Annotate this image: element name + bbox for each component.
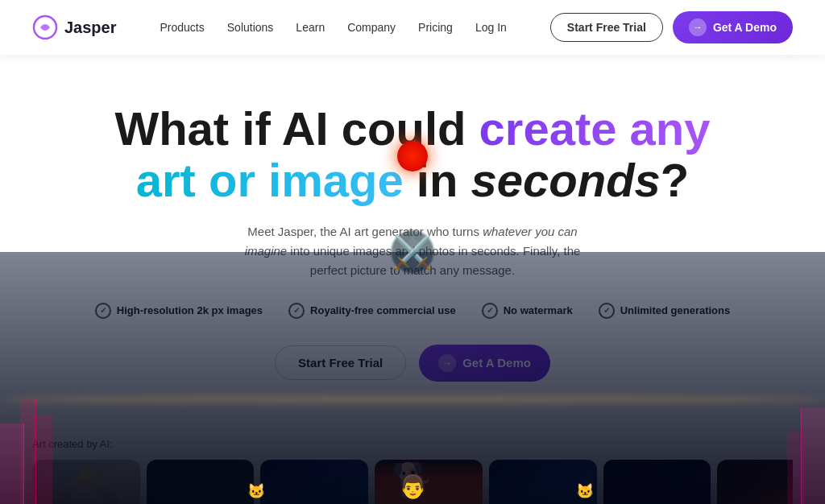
jasper-logo-icon bbox=[32, 14, 58, 40]
logo[interactable]: Jasper bbox=[32, 14, 117, 40]
nav-item-products[interactable]: Products bbox=[160, 20, 205, 35]
nav-item-solutions[interactable]: Solutions bbox=[227, 20, 274, 35]
nav-item-login[interactable]: Log In bbox=[475, 20, 507, 35]
nav-item-learn[interactable]: Learn bbox=[296, 20, 325, 35]
nav-item-pricing[interactable]: Pricing bbox=[418, 20, 453, 35]
get-demo-button[interactable]: → Get A Demo bbox=[673, 11, 793, 43]
nav-item-company[interactable]: Company bbox=[347, 20, 396, 35]
start-free-trial-button[interactable]: Start Free Trial bbox=[550, 13, 663, 42]
nav-actions: Start Free Trial → Get A Demo bbox=[550, 11, 793, 43]
demo-arrow-icon: → bbox=[689, 19, 707, 36]
art-section: Art created by AI: ♔ 🌑 🐕 bbox=[0, 438, 825, 504]
art-card-warrior: ⚔️ bbox=[717, 460, 793, 504]
art-grid: ♔ 🌑 🐕 bbox=[32, 460, 793, 504]
nav-links: Products Solutions Learn Company Pricing… bbox=[160, 20, 507, 35]
logo-text: Jasper bbox=[64, 19, 117, 37]
navbar: Jasper Products Solutions Learn Company … bbox=[0, 0, 825, 55]
